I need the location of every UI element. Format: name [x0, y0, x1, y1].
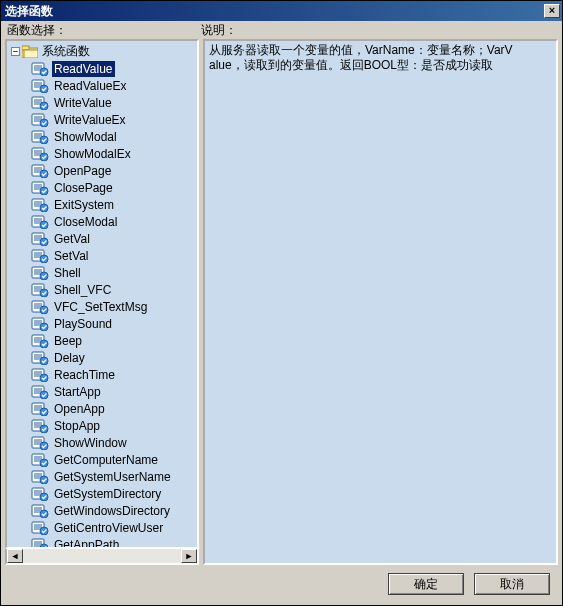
- svg-point-52: [40, 476, 48, 484]
- ok-button[interactable]: 确定: [388, 573, 464, 595]
- tree-item-label[interactable]: ReachTime: [52, 367, 117, 383]
- button-row: 确定 取消: [1, 565, 562, 605]
- svg-rect-1: [22, 46, 29, 50]
- close-button[interactable]: ×: [544, 4, 560, 18]
- tree-item-label[interactable]: ReadValue: [52, 61, 115, 77]
- tree-item-label[interactable]: GetiCentroViewUser: [52, 520, 165, 536]
- tree-item-label[interactable]: Delay: [52, 350, 87, 366]
- tree-item[interactable]: GetVal: [31, 230, 197, 247]
- tree-item-label[interactable]: Shell_VFC: [52, 282, 113, 298]
- tree-item[interactable]: GetAppPath: [31, 536, 197, 547]
- tree-item-label[interactable]: CloseModal: [52, 214, 119, 230]
- function-tree[interactable]: − 系统函数 ReadValueReadValueExWriteValueWri…: [5, 39, 199, 549]
- function-icon: [31, 129, 49, 144]
- tree-item[interactable]: CloseModal: [31, 213, 197, 230]
- svg-point-6: [40, 85, 48, 93]
- function-icon: [31, 61, 49, 76]
- tree-item[interactable]: ShowModal: [31, 128, 197, 145]
- tree-wrap: − 系统函数 ReadValueReadValueExWriteValueWri…: [5, 39, 199, 565]
- tree-item-label[interactable]: WriteValueEx: [52, 112, 128, 128]
- tree-item[interactable]: GetWindowsDirectory: [31, 502, 197, 519]
- tree-item-label[interactable]: ClosePage: [52, 180, 115, 196]
- function-icon: [31, 486, 49, 501]
- tree-item[interactable]: ReachTime: [31, 366, 197, 383]
- tree-item[interactable]: VFC_SetTextMsg: [31, 298, 197, 315]
- function-icon: [31, 299, 49, 314]
- tree-item-label[interactable]: GetAppPath: [52, 537, 121, 548]
- tree-item[interactable]: StartApp: [31, 383, 197, 400]
- tree-item[interactable]: WriteValueEx: [31, 111, 197, 128]
- tree-item[interactable]: GetiCentroViewUser: [31, 519, 197, 536]
- tree-item[interactable]: ClosePage: [31, 179, 197, 196]
- tree-item[interactable]: StopApp: [31, 417, 197, 434]
- tree-item-label[interactable]: GetVal: [52, 231, 92, 247]
- function-icon: [31, 265, 49, 280]
- tree-item-label[interactable]: GetWindowsDirectory: [52, 503, 172, 519]
- tree-item-label[interactable]: WriteValue: [52, 95, 114, 111]
- function-icon: [31, 537, 49, 547]
- tree-item[interactable]: Shell_VFC: [31, 281, 197, 298]
- tree-item-label[interactable]: ReadValueEx: [52, 78, 129, 94]
- tree-item-label[interactable]: GetSystemDirectory: [52, 486, 163, 502]
- tree-item-label[interactable]: ExitSystem: [52, 197, 116, 213]
- scroll-track[interactable]: [23, 549, 181, 563]
- function-icon: [31, 282, 49, 297]
- tree-item[interactable]: ReadValueEx: [31, 77, 197, 94]
- function-icon: [31, 316, 49, 331]
- tree-item[interactable]: ExitSystem: [31, 196, 197, 213]
- tree-item[interactable]: ShowWindow: [31, 434, 197, 451]
- tree-item-label[interactable]: Beep: [52, 333, 84, 349]
- svg-point-34: [40, 323, 48, 331]
- scroll-right-button[interactable]: ►: [181, 549, 197, 563]
- tree-item-label[interactable]: GetComputerName: [52, 452, 160, 468]
- tree-item-label[interactable]: OpenPage: [52, 163, 113, 179]
- tree-item-label[interactable]: ShowModalEx: [52, 146, 133, 162]
- tree-item-label[interactable]: GetSystemUserName: [52, 469, 173, 485]
- tree-item[interactable]: Beep: [31, 332, 197, 349]
- tree-item[interactable]: GetSystemUserName: [31, 468, 197, 485]
- tree-root-label[interactable]: 系统函数: [40, 42, 92, 61]
- tree-item-label[interactable]: Shell: [52, 265, 83, 281]
- folder-icon: [22, 45, 38, 58]
- tree-item-label[interactable]: VFC_SetTextMsg: [52, 299, 149, 315]
- tree-item[interactable]: ShowModalEx: [31, 145, 197, 162]
- function-icon: [31, 197, 49, 212]
- content-row: − 系统函数 ReadValueReadValueExWriteValueWri…: [1, 39, 562, 565]
- horizontal-scrollbar[interactable]: ◄ ►: [5, 549, 199, 565]
- tree-item-label[interactable]: PlaySound: [52, 316, 114, 332]
- function-icon: [31, 520, 49, 535]
- tree-item-label[interactable]: SetVal: [52, 248, 90, 264]
- tree-item-label[interactable]: OpenApp: [52, 401, 107, 417]
- tree-item[interactable]: ReadValue: [31, 60, 197, 77]
- svg-point-14: [40, 153, 48, 161]
- svg-point-46: [40, 425, 48, 433]
- expander-icon[interactable]: −: [11, 47, 20, 56]
- svg-point-44: [40, 408, 48, 416]
- function-icon: [31, 350, 49, 365]
- tree-item-label[interactable]: ShowModal: [52, 129, 119, 145]
- tree-item[interactable]: OpenApp: [31, 400, 197, 417]
- function-select-label: 函数选择：: [7, 22, 201, 39]
- tree-root-node[interactable]: − 系统函数: [11, 43, 197, 60]
- tree-item-label[interactable]: StopApp: [52, 418, 102, 434]
- scroll-left-button[interactable]: ◄: [7, 549, 23, 563]
- tree-item[interactable]: GetComputerName: [31, 451, 197, 468]
- svg-point-22: [40, 221, 48, 229]
- tree-item[interactable]: Shell: [31, 264, 197, 281]
- tree-item[interactable]: WriteValue: [31, 94, 197, 111]
- svg-rect-2: [24, 50, 38, 58]
- tree-item[interactable]: Delay: [31, 349, 197, 366]
- tree-item-label[interactable]: StartApp: [52, 384, 103, 400]
- svg-point-30: [40, 289, 48, 297]
- svg-point-40: [40, 374, 48, 382]
- tree-item-label[interactable]: ShowWindow: [52, 435, 129, 451]
- labels-row: 函数选择： 说明：: [1, 21, 562, 39]
- tree-items: ReadValueReadValueExWriteValueWriteValue…: [11, 60, 197, 547]
- function-icon: [31, 163, 49, 178]
- tree-item[interactable]: OpenPage: [31, 162, 197, 179]
- function-icon: [31, 231, 49, 246]
- tree-item[interactable]: GetSystemDirectory: [31, 485, 197, 502]
- tree-item[interactable]: PlaySound: [31, 315, 197, 332]
- tree-item[interactable]: SetVal: [31, 247, 197, 264]
- cancel-button[interactable]: 取消: [474, 573, 550, 595]
